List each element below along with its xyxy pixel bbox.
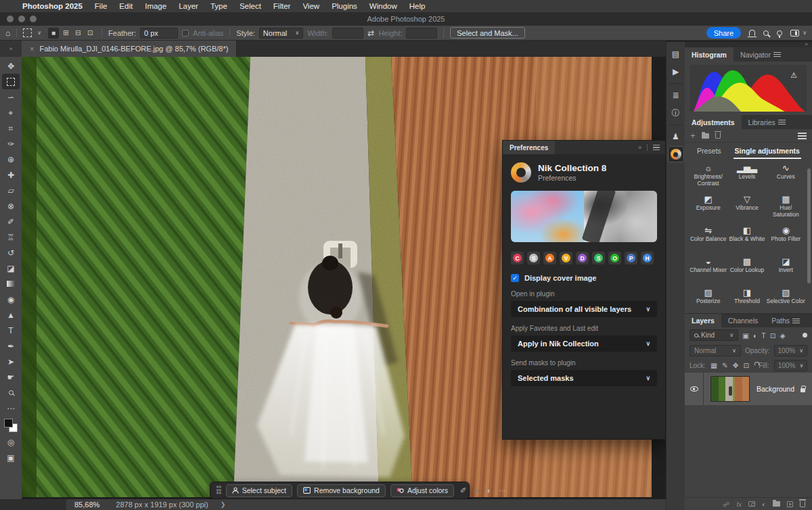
type-tool[interactable]: T xyxy=(2,323,20,338)
taskbar-more-icon[interactable]: ⋯ xyxy=(497,486,508,495)
tab-libraries[interactable]: Libraries xyxy=(742,115,782,129)
tab-channels[interactable]: Channels xyxy=(721,314,765,327)
status-options-chevron[interactable]: ❯ xyxy=(221,501,226,508)
hdr-efex-icon[interactable]: H xyxy=(641,252,654,264)
filter-type-layers-icon[interactable]: T xyxy=(761,331,765,340)
adjustment-curves[interactable]: ∿Curves xyxy=(767,162,805,192)
menu-filter[interactable]: Filter xyxy=(267,2,297,10)
adjustment-photo-filter[interactable]: ◉Photo Filter xyxy=(767,224,805,254)
filter-toggle-icon[interactable] xyxy=(803,333,807,338)
selection-brush-icon[interactable]: ✐ xyxy=(459,486,468,495)
remove-background-button[interactable]: Remove background xyxy=(297,484,386,497)
link-layers-icon[interactable]: ☍ xyxy=(723,501,729,508)
rectangular-marquee-tool[interactable] xyxy=(2,74,20,89)
menu-layer[interactable]: Layer xyxy=(173,2,204,10)
layers-panel-menu-icon[interactable] xyxy=(792,319,800,323)
new-selection-button[interactable]: ■ xyxy=(48,28,59,39)
discover-lightbulb-icon[interactable] xyxy=(777,30,782,36)
pen-tool[interactable]: ✒ xyxy=(2,338,20,354)
tab-layers[interactable]: Layers xyxy=(685,314,721,327)
sharpen-tool[interactable]: ▲ xyxy=(2,307,20,323)
adjustment-levels[interactable]: ▂▅▃Levels xyxy=(727,162,766,192)
share-button[interactable]: Share xyxy=(706,27,741,39)
fill-value[interactable]: 100%∨ xyxy=(774,360,807,371)
adjustment-color-lookup[interactable]: ▩Color Lookup xyxy=(727,255,766,285)
adjustments-scrollbar[interactable] xyxy=(807,168,811,283)
tab-paths[interactable]: Paths xyxy=(765,314,796,327)
adjustment-vibrance[interactable]: ▽Vibrance xyxy=(727,193,766,223)
histogram-warning-icon[interactable]: ⚠ xyxy=(790,71,797,80)
lock-transparency-icon[interactable]: ▦ xyxy=(710,361,717,369)
adjustments-panel-menu-icon[interactable] xyxy=(778,120,786,124)
actions-icon[interactable]: ▶ xyxy=(668,64,684,80)
layer-row-background[interactable]: Background xyxy=(685,373,812,405)
menu-select[interactable]: Select xyxy=(233,2,267,10)
zoom-level-field[interactable]: 85,68% xyxy=(74,501,99,509)
adjustment-hue-saturation[interactable]: ▦Hue/ Saturation xyxy=(767,193,805,223)
clone-source-icon[interactable]: ♟ xyxy=(668,129,684,145)
dfine-icon[interactable]: D xyxy=(576,252,589,264)
preferences-tab[interactable]: Preferences xyxy=(503,141,555,154)
adjustment-brightness-contrast[interactable]: ☼Brightness/ Contrast xyxy=(689,162,727,192)
open-in-plugin-select[interactable]: Combination of all visible layers∨ xyxy=(511,301,657,317)
style-select[interactable]: Normal∨ xyxy=(259,28,303,39)
layer-lock-icon[interactable] xyxy=(800,388,805,392)
move-tool[interactable]: ✥ xyxy=(2,58,20,74)
remove-tool[interactable]: ⊗ xyxy=(2,198,20,214)
lock-position-icon[interactable]: ✥ xyxy=(733,361,739,369)
adjustment-posterize[interactable]: ▨Posterize xyxy=(689,286,727,313)
apply-favorites-select[interactable]: Apply in Nik Collection∨ xyxy=(511,335,657,352)
workspace-switcher-icon[interactable] xyxy=(790,30,799,37)
screen-mode-button[interactable]: ▣ xyxy=(2,450,20,465)
properties-icon[interactable]: ≣ xyxy=(668,87,684,103)
add-layer-mask-icon[interactable] xyxy=(748,501,755,507)
filter-pixel-layers-icon[interactable]: ▣ xyxy=(742,331,749,340)
adjustment-threshold[interactable]: ◨Threshold xyxy=(727,286,766,313)
swap-width-height-icon[interactable]: ⇄ xyxy=(367,29,374,37)
hand-tool[interactable]: ☛ xyxy=(2,369,20,385)
menu-type[interactable]: Type xyxy=(204,2,233,10)
lock-artboard-icon[interactable]: ⊡ xyxy=(743,361,749,369)
brush-tool[interactable]: ✐ xyxy=(2,214,20,229)
active-tool-preset-icon[interactable] xyxy=(23,28,32,37)
adjustment-black-white[interactable]: ◧Black & White xyxy=(727,224,766,254)
eraser-tool[interactable]: ◪ xyxy=(2,260,20,276)
gradient-tool[interactable] xyxy=(2,276,20,292)
viveza-icon[interactable]: V xyxy=(560,252,572,264)
patch-tool[interactable]: ▱ xyxy=(2,183,20,198)
adjustment-invert[interactable]: ◪Invert xyxy=(767,255,805,285)
layer-style-fx-icon[interactable]: fx xyxy=(737,501,742,508)
send-masks-select[interactable]: Selected masks∨ xyxy=(511,370,657,386)
home-icon[interactable]: ⌂ xyxy=(5,29,10,37)
blur-tool[interactable]: ◉ xyxy=(2,292,20,307)
object-selection-tool[interactable]: ⌖ xyxy=(2,105,20,120)
width-input[interactable] xyxy=(332,28,363,39)
edit-toolbar-button[interactable]: ⋯ xyxy=(2,400,20,416)
lock-pixels-icon[interactable]: ✎ xyxy=(722,361,728,369)
tab-adjustments[interactable]: Adjustments xyxy=(685,115,742,129)
menu-file[interactable]: File xyxy=(89,2,114,10)
info-icon[interactable]: ⓘ xyxy=(668,105,684,121)
panel-menu-icon[interactable] xyxy=(653,145,660,150)
adjustments-list-view-icon[interactable] xyxy=(798,133,807,139)
healing-brush-tool[interactable]: ✚ xyxy=(2,167,20,183)
analog-efex-icon[interactable]: A xyxy=(543,252,556,264)
new-layer-icon[interactable] xyxy=(787,501,793,507)
foreground-background-colors[interactable] xyxy=(4,419,18,432)
contextual-task-bar[interactable]: ●●●●●● Select subject Remove background … xyxy=(210,482,470,499)
close-tab-icon[interactable]: × xyxy=(30,45,34,53)
adjustment-selective-color[interactable]: ▧Selective Color xyxy=(767,286,805,313)
spot-healing-brush-tool[interactable]: ⊕ xyxy=(2,152,20,167)
adjustment-color-balance[interactable]: ⇋Color Balance xyxy=(689,224,727,254)
anti-alias-checkbox[interactable] xyxy=(182,30,189,37)
new-adjustment-layer-icon[interactable]: ◐ xyxy=(762,501,766,508)
menu-window[interactable]: Window xyxy=(363,2,403,10)
silver-efex-icon[interactable]: S xyxy=(527,252,540,264)
select-subject-button[interactable]: Select subject xyxy=(226,484,292,497)
zoom-tool[interactable] xyxy=(2,385,20,400)
menu-photoshop[interactable]: Photoshop 2025 xyxy=(16,2,89,10)
add-to-selection-button[interactable]: ⊞ xyxy=(60,28,71,39)
eyedropper-tool[interactable]: ✑ xyxy=(2,136,20,152)
adjustment-exposure[interactable]: ◩Exposure xyxy=(689,193,727,223)
taskbar-drag-handle[interactable]: ●●●●●● xyxy=(216,486,221,495)
